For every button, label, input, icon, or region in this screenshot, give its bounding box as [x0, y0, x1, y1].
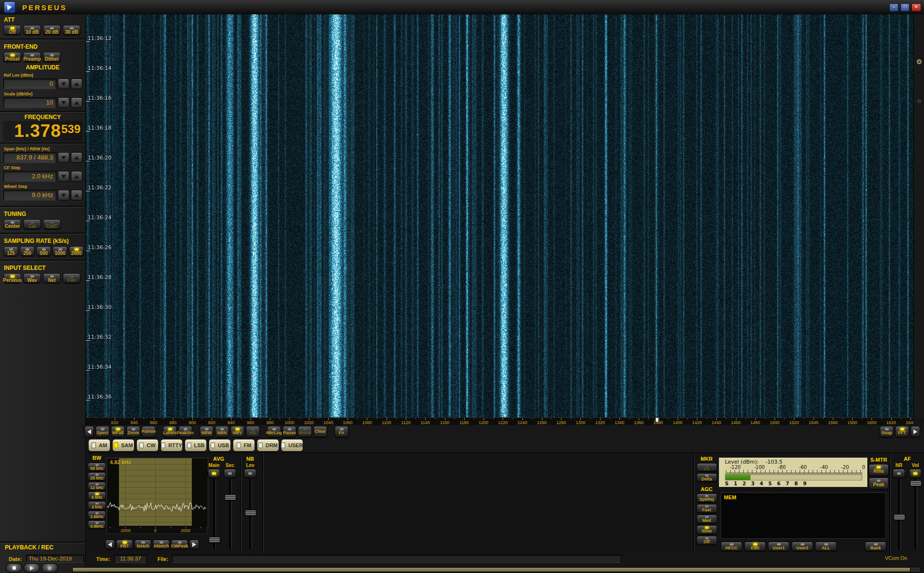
- slider-thumb[interactable]: [245, 510, 256, 516]
- perseus-button[interactable]: Perseus: [3, 273, 21, 283]
- file-button[interactable]: File: [63, 273, 80, 283]
- delta-button[interactable]: Delta: [696, 473, 717, 482]
- nb-lev-toggle[interactable]: [244, 469, 256, 478]
- ref-level-decrement-button[interactable]: [58, 79, 69, 89]
- span-decrement-button[interactable]: [58, 152, 69, 163]
- user-button[interactable]: USER: [281, 439, 303, 452]
- memory-list-panel[interactable]: MEM: [721, 493, 886, 539]
- wheel-step-increment-button[interactable]: [71, 190, 82, 200]
- 1-6khz-button[interactable]: 1.6kHz: [88, 511, 106, 520]
- cw-button[interactable]: CW: [136, 439, 159, 452]
- scale-decrement-button[interactable]: [58, 97, 69, 108]
- recording-progress-bar[interactable]: [72, 567, 919, 572]
- usb-button[interactable]: USB: [209, 439, 231, 452]
- brightness-icon[interactable]: ☼: [914, 96, 924, 104]
- slider-thumb[interactable]: [894, 514, 905, 520]
- lsb-button[interactable]: LSB: [185, 439, 207, 452]
- 25-khz-button[interactable]: 25 kHz: [88, 472, 106, 481]
- 1000-button[interactable]: 1000: [53, 246, 67, 256]
- wheel-step-decrement-button[interactable]: [58, 190, 69, 200]
- fn-button[interactable]: Fn: [335, 426, 348, 438]
- avg-main-toggle[interactable]: [208, 469, 220, 478]
- cf-step-increment-button[interactable]: [71, 171, 82, 182]
- pause-button[interactable]: Pause: [282, 426, 296, 438]
- if-spectrum-display[interactable]: 4.82 kHz: [107, 458, 208, 527]
- spect-button[interactable]: Spect: [95, 426, 109, 438]
- resize-grip[interactable]: [910, 567, 921, 573]
- mkrlog-button[interactable]: MkrLog: [267, 426, 281, 438]
- 6-khz-button[interactable]: 6 kHz: [88, 492, 106, 500]
- presel-button[interactable]: Presel: [3, 52, 21, 62]
- 2000-button[interactable]: 2000: [69, 246, 84, 256]
- record-button[interactable]: [41, 563, 58, 573]
- cf-step-field[interactable]: 2.0 kHz: [3, 171, 56, 182]
- tuning-cursor[interactable]: [656, 418, 658, 422]
- af-nr-toggle[interactable]: [893, 469, 905, 478]
- avg-main-slider[interactable]: [208, 479, 220, 549]
- pbt-scroll-right-button[interactable]: [189, 540, 199, 549]
- 125-button[interactable]: 125: [3, 246, 18, 256]
- calc-button[interactable]: CalC: [43, 219, 61, 229]
- 50-khz-button[interactable]: 50 kHz: [88, 463, 106, 471]
- peak-button[interactable]: Peak: [869, 478, 889, 490]
- rms-button[interactable]: Rms: [869, 464, 889, 476]
- 250-button[interactable]: 250: [20, 246, 35, 256]
- wfall-button[interactable]: WFall: [111, 426, 125, 438]
- cwpeak-button[interactable]: CWPeak: [171, 540, 188, 549]
- cf-step-decrement-button[interactable]: [58, 171, 69, 182]
- 10-db-button[interactable]: 10 dB: [23, 25, 41, 35]
- pbt-button[interactable]: PBT: [116, 540, 133, 549]
- notch-button[interactable]: Notch: [134, 540, 151, 549]
- avg-sec-toggle[interactable]: [224, 469, 236, 478]
- hfcc-button[interactable]: HFCC: [721, 542, 742, 551]
- cal-button[interactable]: Cal: [23, 219, 41, 229]
- mhold-button[interactable]: MHold: [298, 426, 312, 438]
- close-button[interactable]: ×: [911, 3, 921, 12]
- 30-db-button[interactable]: 30 dB: [63, 25, 80, 35]
- scale-increment-button[interactable]: [71, 97, 82, 108]
- settings-gear-icon[interactable]: ⚙: [914, 58, 924, 66]
- ref-level-field[interactable]: 0: [3, 79, 56, 89]
- maximize-button[interactable]: □: [900, 3, 910, 12]
- clr-button[interactable]: Clr: [696, 463, 717, 472]
- med-button[interactable]: Med: [696, 515, 717, 524]
- peaksrc-button[interactable]: PeakSrc: [178, 426, 192, 438]
- palette-button[interactable]: Palette: [142, 426, 156, 438]
- waterfall-display[interactable]: 11:36:1211:36:1411:36:1611:36:1811:36:20…: [86, 14, 913, 417]
- af-vol-slider[interactable]: [910, 479, 921, 549]
- slider-thumb[interactable]: [910, 480, 922, 486]
- scroll-left-button[interactable]: [84, 426, 94, 438]
- rtty-button[interactable]: RTTY: [161, 439, 183, 452]
- span-increment-button[interactable]: [71, 152, 82, 163]
- if-spectrum-canvas[interactable]: [107, 458, 207, 526]
- slider-thumb[interactable]: [225, 494, 236, 500]
- bank-button[interactable]: Bank: [865, 542, 886, 551]
- play-button[interactable]: [24, 563, 40, 573]
- preamp-button[interactable]: Preamp: [23, 52, 41, 62]
- scale-field[interactable]: 10: [3, 97, 56, 108]
- eibi-button[interactable]: EIBI: [744, 542, 766, 551]
- frequency-readout[interactable]: 1.378539: [3, 121, 82, 141]
- af-vol-toggle[interactable]: [909, 469, 922, 478]
- slow-button[interactable]: Slow: [696, 525, 717, 534]
- slider-thumb[interactable]: [209, 537, 220, 543]
- afc-button[interactable]: Afc: [246, 426, 260, 438]
- off-button[interactable]: Off: [3, 25, 21, 35]
- sam-button[interactable]: SAM: [112, 439, 134, 452]
- fm-button[interactable]: FM: [233, 439, 255, 452]
- spkrej-button[interactable]: SpkRej: [696, 493, 717, 503]
- anotch-button[interactable]: ANotch: [153, 540, 170, 549]
- af-nr-slider[interactable]: [893, 479, 905, 549]
- scroll-right-button[interactable]: [911, 426, 920, 438]
- 3-khz-button[interactable]: 3 kHz: [88, 501, 106, 510]
- dither-button[interactable]: Dither: [43, 52, 61, 62]
- 12-khz-button[interactable]: 12 kHz: [88, 482, 106, 491]
- am-button[interactable]: AM: [88, 439, 110, 452]
- 0-8khz-button[interactable]: 0.8kHz: [88, 520, 106, 529]
- off-button[interactable]: Off: [696, 536, 717, 545]
- nb-lev-slider[interactable]: [244, 479, 256, 549]
- all-button[interactable]: ALL: [815, 542, 837, 551]
- labels-button[interactable]: Labels: [163, 426, 177, 438]
- pbt-scroll-left-button[interactable]: [105, 540, 115, 549]
- span-rbw-field[interactable]: 837.9 / 488.3: [3, 152, 56, 163]
